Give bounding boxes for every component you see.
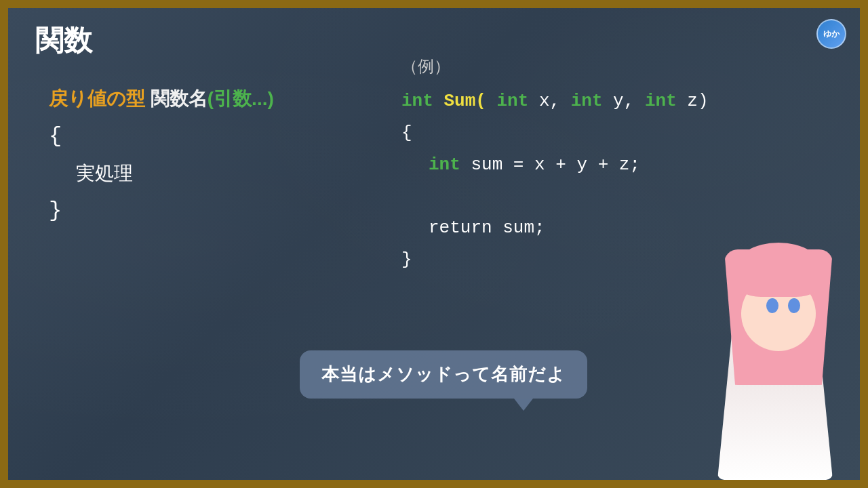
char-hair-front <box>734 243 823 297</box>
speech-bubble: 本当はメソッドって名前だよ <box>300 350 587 399</box>
syntax-template: 戻り値の型 関数名 (引数...) { 実処理 } <box>49 83 274 232</box>
code-brace-close: } <box>401 244 709 276</box>
code-line-return: return sum; <box>401 212 709 244</box>
code-blank-line <box>401 180 709 212</box>
syntax-brace-close: } <box>49 192 274 229</box>
example-panel: （例） int Sum( int x, int y, int z) { int … <box>401 56 709 276</box>
func-name-sum: Sum( <box>443 91 486 111</box>
code-line-sum: int sum = x + y + z; <box>401 149 709 181</box>
code-return-stmt: return sum; <box>429 218 545 238</box>
impl-label: 実処理 <box>49 157 133 190</box>
kw-int-1: int <box>401 91 433 111</box>
main-screen: 関数 戻り値の型 関数名 (引数...) { 実処理 } （例） int Sum… <box>0 0 868 488</box>
user-avatar-icon[interactable]: ゆか <box>816 19 846 49</box>
kw-int-4: int <box>645 91 677 111</box>
brace-open-right: { <box>401 123 412 143</box>
code-block: int Sum( int x, int y, int z) { int sum … <box>401 85 709 276</box>
char-eye-right <box>788 298 800 313</box>
param-z: z) <box>687 91 708 111</box>
kw-int-2: int <box>496 91 528 111</box>
kw-int-sum: int <box>429 155 460 175</box>
brace-close-right: } <box>401 249 412 270</box>
func-name-label: 関数名 <box>151 83 208 115</box>
character-avatar <box>711 290 846 480</box>
code-brace-open: { <box>401 117 709 149</box>
return-type-label: 戻り値の型 <box>49 83 145 115</box>
brace-open-left: { <box>49 118 62 155</box>
avatar-label: ゆか <box>823 28 840 40</box>
param-y: y, <box>613 91 645 111</box>
code-line-signature: int Sum( int x, int y, int z) <box>401 85 709 117</box>
params-label: (引数...) <box>208 83 274 115</box>
kw-int-3: int <box>571 91 603 111</box>
space-label <box>145 83 151 115</box>
code-sum-rest: sum = x + y + z; <box>471 155 640 175</box>
char-eye-left <box>766 298 778 313</box>
page-title: 関数 <box>35 22 833 60</box>
syntax-impl: 実処理 <box>49 157 274 190</box>
syntax-brace-open: { <box>49 118 274 155</box>
syntax-signature-line: 戻り値の型 関数名 (引数...) <box>49 83 274 115</box>
example-label: （例） <box>401 56 709 77</box>
brace-close-left: } <box>49 192 62 229</box>
param-x: x, <box>539 91 571 111</box>
speech-text: 本当はメソッドって名前だよ <box>321 364 566 384</box>
